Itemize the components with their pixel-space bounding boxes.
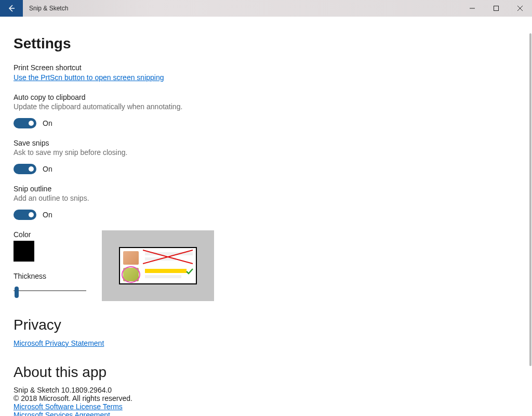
snip-outline-desc: Add an outline to snips. <box>14 194 509 202</box>
back-button[interactable] <box>0 0 23 17</box>
auto-copy-label: Auto copy to clipboard <box>14 93 509 101</box>
thickness-label: Thickness <box>14 272 86 280</box>
save-snips-toggle[interactable] <box>14 164 36 174</box>
arrow-left-icon <box>7 4 16 12</box>
privacy-heading: Privacy <box>14 317 509 333</box>
titlebar: Snip & Sketch <box>0 0 532 17</box>
close-button[interactable] <box>508 0 532 17</box>
save-snips-state: On <box>43 165 52 173</box>
about-heading: About this app <box>14 364 509 381</box>
license-link[interactable]: Microsoft Software License Terms <box>14 402 509 411</box>
auto-copy-state: On <box>43 119 52 127</box>
settings-page: Settings Print Screen shortcut Use the P… <box>0 17 509 416</box>
auto-copy-desc: Update the clipboard automatically when … <box>14 102 509 111</box>
svg-point-6 <box>122 267 140 282</box>
about-copyright: © 2018 Microsoft. All rights reserved. <box>14 394 509 402</box>
color-label: Color <box>14 230 86 239</box>
color-swatch[interactable] <box>14 241 34 262</box>
maximize-button[interactable] <box>484 0 508 17</box>
save-snips-label: Save snips <box>14 139 509 147</box>
snip-outline-label: Snip outline <box>14 185 509 193</box>
outline-preview <box>102 230 214 301</box>
save-snips-desc: Ask to save my snip before closing. <box>14 148 509 157</box>
print-screen-link[interactable]: Use the PrtScn button to open screen sni… <box>14 73 164 82</box>
maximize-icon <box>494 6 499 11</box>
window-controls <box>460 0 532 17</box>
close-icon <box>517 6 523 11</box>
scrollbar[interactable] <box>529 17 532 416</box>
minimize-button[interactable] <box>460 0 484 17</box>
outline-options: Color Thickness <box>14 230 509 301</box>
svg-rect-1 <box>494 6 499 11</box>
print-screen-label: Print Screen shortcut <box>14 63 509 72</box>
privacy-link[interactable]: Microsoft Privacy Statement <box>14 339 104 347</box>
services-link[interactable]: Microsoft Services Agreement <box>14 411 509 416</box>
page-title: Settings <box>14 35 509 52</box>
snip-outline-toggle[interactable] <box>14 210 36 220</box>
about-version: Snip & Sketch 10.1809.2964.0 <box>14 386 509 394</box>
app-title: Snip & Sketch <box>29 5 68 12</box>
minimize-icon <box>470 6 475 11</box>
auto-copy-toggle[interactable] <box>14 118 36 128</box>
snip-outline-state: On <box>43 211 52 219</box>
content-scroll[interactable]: Settings Print Screen shortcut Use the P… <box>0 17 532 416</box>
thickness-slider[interactable] <box>14 284 86 297</box>
